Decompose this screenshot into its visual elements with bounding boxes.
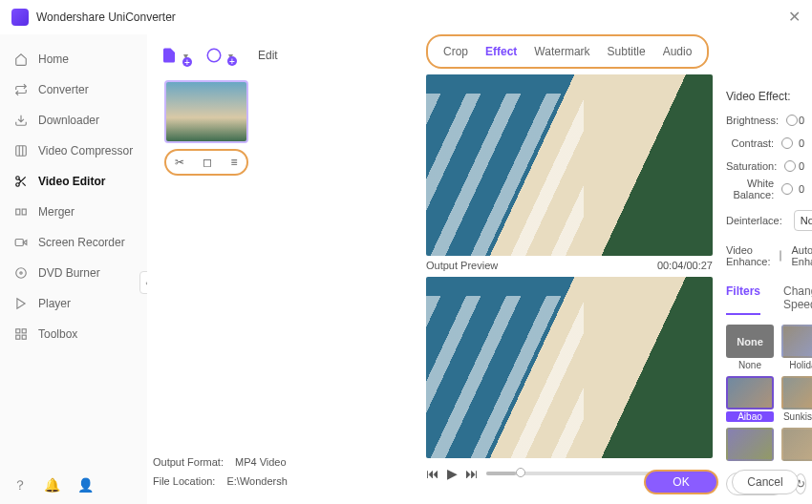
play-icon <box>13 296 29 311</box>
filter-item[interactable] <box>726 428 774 463</box>
compress-icon <box>13 143 29 158</box>
ok-button[interactable]: OK <box>644 470 718 494</box>
saturation-row: Saturation: 0 <box>726 155 804 178</box>
close-icon[interactable]: ✕ <box>788 8 801 26</box>
more-icon[interactable]: ≡ <box>230 156 237 169</box>
file-location-label: File Location: <box>153 475 215 487</box>
filter-none[interactable]: NoneNone <box>726 325 774 370</box>
tab-effect[interactable]: Effect <box>485 45 517 58</box>
video-effect-title: Video Effect: <box>726 90 804 103</box>
clip-thumbnail[interactable] <box>164 80 248 143</box>
home-icon <box>13 52 29 67</box>
disc-icon <box>13 265 29 281</box>
svg-point-2 <box>16 183 20 187</box>
svg-point-7 <box>20 272 22 274</box>
sidebar-item-player[interactable]: Player <box>0 288 147 319</box>
play-button[interactable]: ▶ <box>447 466 458 481</box>
sidebar-item-video-editor[interactable]: Video Editor <box>0 166 147 197</box>
video-enhance-label: Video Enhance: <box>726 244 770 267</box>
sidebar-item-screen-recorder[interactable]: Screen Recorder <box>0 227 147 258</box>
white-balance-row: White Balance: 0 <box>726 178 804 200</box>
help-icon[interactable]: ？ <box>13 477 27 494</box>
svg-point-6 <box>16 268 27 279</box>
svg-rect-10 <box>22 329 26 333</box>
sidebar-item-merger[interactable]: Merger <box>0 197 147 227</box>
original-preview <box>426 74 713 256</box>
svg-rect-4 <box>22 209 26 215</box>
tab-crop[interactable]: Crop <box>443 45 468 58</box>
subtab-change-speed[interactable]: Change Speed <box>783 284 812 315</box>
white-balance-value: 0 <box>793 183 804 195</box>
file-location-value[interactable]: E:\Wondersh <box>226 475 287 487</box>
record-icon <box>13 235 29 250</box>
contrast-value: 0 <box>793 137 804 149</box>
deinterlace-select[interactable]: None ▾ <box>794 210 812 231</box>
titlebar: Wondershare UniConverter ✕ <box>0 0 812 34</box>
filter-sunkissed[interactable]: Sunkissed <box>781 376 812 422</box>
prev-frame-button[interactable]: ⏮ <box>426 466 439 481</box>
brightness-row: Brightness: 0 <box>726 109 804 132</box>
grid-icon <box>13 326 29 342</box>
sidebar: Home Converter Downloader Video Compress… <box>0 34 147 504</box>
svg-rect-11 <box>16 335 20 339</box>
edit-label: Edit <box>258 49 278 62</box>
saturation-label: Saturation: <box>726 160 777 172</box>
brightness-value: 0 <box>798 115 804 126</box>
app-logo-icon <box>11 9 29 26</box>
svg-rect-12 <box>22 335 26 339</box>
scissors-icon <box>13 174 29 189</box>
output-format-value[interactable]: MP4 Video <box>235 456 287 468</box>
tab-audio[interactable]: Audio <box>663 45 693 58</box>
sidebar-item-compressor[interactable]: Video Compressor <box>0 136 147 166</box>
add-folder-button[interactable]: + ▾ <box>205 47 233 64</box>
auto-enhance-checkbox[interactable] <box>780 250 781 262</box>
merge-icon <box>13 204 29 220</box>
filter-item[interactable] <box>781 428 812 463</box>
saturation-value: 0 <box>796 160 804 172</box>
svg-rect-9 <box>16 329 20 333</box>
sidebar-item-label: Screen Recorder <box>38 236 125 249</box>
sidebar-item-dvd-burner[interactable]: DVD Burner <box>0 258 147 288</box>
crop-icon[interactable]: ◻ <box>203 156 212 169</box>
output-preview <box>426 277 713 458</box>
sidebar-item-toolbox[interactable]: Toolbox <box>0 319 147 349</box>
sidebar-item-home[interactable]: Home <box>0 44 147 74</box>
sidebar-item-label: Player <box>38 297 71 310</box>
filters-grid: NoneNone Holiday Septem... Snow2 Aibao S… <box>726 325 804 463</box>
sidebar-item-label: Merger <box>38 205 75 219</box>
app-title: Wondershare UniConverter <box>36 10 176 24</box>
sidebar-item-converter[interactable]: Converter <box>0 74 147 105</box>
sidebar-item-label: Video Compressor <box>38 144 133 158</box>
preview-label: Output Preview <box>426 260 498 271</box>
svg-rect-3 <box>16 209 20 215</box>
user-icon[interactable]: 👤 <box>77 477 94 494</box>
sidebar-item-label: Toolbox <box>38 327 77 341</box>
next-frame-button[interactable]: ⏭ <box>465 466 479 481</box>
clip-tools: ✂ ◻ ≡ <box>164 149 248 176</box>
sidebar-item-label: Video Editor <box>38 175 105 188</box>
effect-dialog: Crop Effect Watermark Subtitle Audio Out… <box>420 34 812 504</box>
add-file-button[interactable]: + ▾ <box>160 46 188 65</box>
trim-icon[interactable]: ✂ <box>175 156 184 169</box>
download-icon <box>13 113 29 128</box>
output-format-label: Output Format: <box>153 456 224 468</box>
sidebar-item-label: Home <box>38 52 69 66</box>
filter-holiday[interactable]: Holiday <box>781 325 812 370</box>
deinterlace-label: Deinterlace: <box>726 215 782 226</box>
svg-point-1 <box>16 177 20 180</box>
converter-icon <box>13 82 29 97</box>
tab-watermark[interactable]: Watermark <box>534 45 589 58</box>
svg-marker-8 <box>17 299 25 309</box>
subtab-filters[interactable]: Filters <box>726 284 760 315</box>
bell-icon[interactable]: 🔔 <box>44 477 60 494</box>
svg-point-13 <box>207 49 221 62</box>
sidebar-item-label: Downloader <box>38 114 99 127</box>
sidebar-item-label: DVD Burner <box>38 266 100 280</box>
editor-tabs: Crop Effect Watermark Subtitle Audio <box>426 34 709 69</box>
brightness-label: Brightness: <box>726 115 779 126</box>
filter-aibao[interactable]: Aibao <box>726 376 774 422</box>
tab-subtitle[interactable]: Subtitle <box>608 45 646 58</box>
plus-badge-icon: + <box>227 56 237 66</box>
sidebar-item-downloader[interactable]: Downloader <box>0 105 147 136</box>
cancel-button[interactable]: Cancel <box>732 470 799 494</box>
